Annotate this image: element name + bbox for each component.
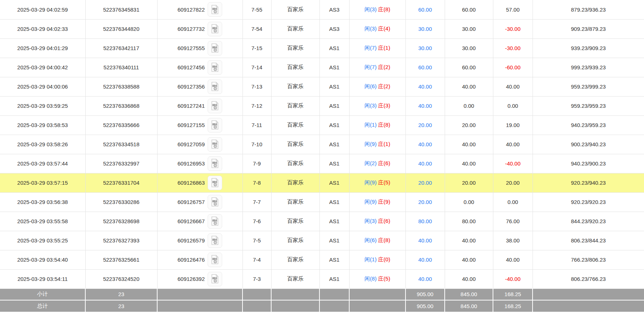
cell-bet-id: 522376332997 [85,154,157,173]
video-replay-button[interactable] [208,272,222,286]
history-row[interactable]: 2025-03-29 03:59:25 522376336868 6091272… [0,96,644,115]
bet-amount[interactable]: 40.00 [418,103,432,109]
cell-round-id: 609127732 [157,19,242,38]
history-row[interactable]: 2025-03-29 03:58:26 522376334518 6091270… [0,135,644,154]
subtotal-empty-cell [349,289,405,300]
player-result: 闲(3) [364,25,376,32]
cell-balance: 879.23/936.23 [533,0,644,19]
bet-amount[interactable]: 40.00 [418,83,432,90]
bet-amount[interactable]: 40.00 [418,237,432,244]
video-replay-button[interactable] [208,99,222,113]
win-loss: 40.00 [506,141,520,147]
cell-game-type: 百家乐 [271,154,319,173]
history-row[interactable]: 2025-03-29 04:00:42 522376340111 6091274… [0,58,644,77]
video-replay-button[interactable] [208,176,222,190]
table-name: AS1 [329,237,339,244]
cell-bet-time: 2025-03-29 04:02:33 [0,19,85,38]
cell-round-id: 609126757 [157,192,242,212]
bet-time: 2025-03-29 03:56:38 [17,199,68,205]
video-replay-button[interactable] [208,79,222,94]
cell-game-result: 闲(3) 庄(4) [349,19,405,38]
bet-amount[interactable]: 40.00 [418,257,432,263]
bet-amount[interactable]: 30.00 [418,26,432,32]
history-row[interactable]: 2025-03-29 04:00:06 522376338588 6091273… [0,77,644,96]
cell-bet-amount: 40.00 [405,77,445,96]
cell-bet-id: 522376342117 [85,38,157,58]
cell-bet-amount: 40.00 [405,96,445,115]
win-loss: -60.00 [505,64,521,70]
history-row[interactable]: 2025-03-29 03:55:25 522376327393 6091265… [0,231,644,250]
valid-amount: 40.00 [462,160,476,167]
round-id: 609127155 [178,122,205,128]
bet-amount[interactable]: 20.00 [418,180,432,186]
table-name: AS1 [329,141,339,147]
video-replay-button[interactable] [208,41,222,56]
cell-balance: 909.23/879.23 [533,19,644,38]
history-row[interactable]: 2025-03-29 03:55:58 522376328698 6091266… [0,212,644,231]
game-type: 百家乐 [287,237,303,243]
bet-amount[interactable]: 60.00 [418,7,432,13]
video-replay-button[interactable] [208,214,222,229]
cell-table-name: AS1 [319,38,349,58]
bet-amount[interactable]: 40.00 [418,141,432,147]
bet-id: 522376340111 [103,64,139,70]
video-replay-button[interactable] [208,118,222,132]
balance-after-before: 900.23/940.23 [571,141,606,147]
bet-id: 522376330286 [103,199,139,205]
valid-amount: 0.00 [464,103,474,109]
shoe-round: 7-14 [251,64,262,70]
win-loss: -30.00 [505,45,521,51]
cell-bet-amount: 80.00 [405,212,445,231]
bet-time: 2025-03-29 04:02:33 [17,26,68,32]
summary-table-body: 小计 23 905.00 845.00 168.25 总计 23 905.00 … [0,289,644,312]
cell-game-result: 闲(3) 庄(3) [349,96,405,115]
cell-game-result: 闲(6) 庄(8) [349,231,405,250]
game-type: 百家乐 [287,275,303,282]
cell-round-id: 609127456 [157,58,242,77]
cell-table-name: AS1 [319,115,349,135]
video-replay-button[interactable] [208,253,222,267]
balance-after-before: 959.23/999.23 [571,83,606,90]
subtotal-empty-cell [157,289,242,300]
shoe-round: 7-9 [253,160,261,167]
bet-amount[interactable]: 80.00 [418,218,432,224]
shoe-round: 7-6 [253,218,261,224]
banker-result: 庄(8) [378,122,390,128]
cell-round-id: 609126953 [157,154,242,173]
history-row[interactable]: 2025-03-29 03:54:40 522376325661 6091264… [0,250,644,269]
history-row[interactable]: 2025-03-29 03:57:44 522376332997 6091269… [0,154,644,173]
video-replay-button[interactable] [208,137,222,152]
cell-round-id: 609127356 [157,77,242,96]
history-row[interactable]: 2025-03-29 03:58:53 522376335666 6091271… [0,115,644,135]
bet-amount[interactable]: 20.00 [418,122,432,128]
bet-id: 522376332997 [103,160,139,167]
round-id: 609126392 [178,276,205,282]
total-count: 23 [85,300,157,312]
history-row[interactable]: 2025-03-29 03:54:11 522376324520 6091263… [0,269,644,289]
valid-amount: 80.00 [462,218,476,224]
cell-game-type: 百家乐 [271,192,319,212]
bet-amount[interactable]: 20.00 [418,199,432,205]
cell-win-loss: -40.00 [493,269,533,289]
history-row-selected[interactable]: 2025-03-29 03:57:15 522376331704 6091268… [0,173,644,192]
video-replay-button[interactable] [208,233,222,248]
valid-amount: 60.00 [462,64,476,70]
video-replay-button[interactable] [208,195,222,209]
cell-shoe-round: 7-8 [242,173,271,192]
video-replay-button[interactable] [208,2,222,17]
video-replay-button[interactable] [208,156,222,171]
video-replay-button[interactable] [208,22,222,36]
history-row[interactable]: 2025-03-29 04:02:59 522376345831 6091278… [0,0,644,19]
cell-shoe-round: 7-5 [242,231,271,250]
bet-amount[interactable]: 30.00 [418,45,432,51]
bet-amount[interactable]: 40.00 [418,276,432,282]
bet-amount[interactable]: 60.00 [418,64,432,70]
balance-after-before: 920.23/920.23 [571,199,606,205]
cell-valid-amount: 40.00 [445,135,493,154]
history-row[interactable]: 2025-03-29 04:01:29 522376342117 6091275… [0,38,644,58]
history-row[interactable]: 2025-03-29 03:56:38 522376330286 6091267… [0,192,644,212]
cell-table-name: AS1 [319,58,349,77]
video-replay-button[interactable] [208,60,222,75]
bet-amount[interactable]: 40.00 [418,160,432,167]
history-row[interactable]: 2025-03-29 04:02:33 522376344820 6091277… [0,19,644,38]
